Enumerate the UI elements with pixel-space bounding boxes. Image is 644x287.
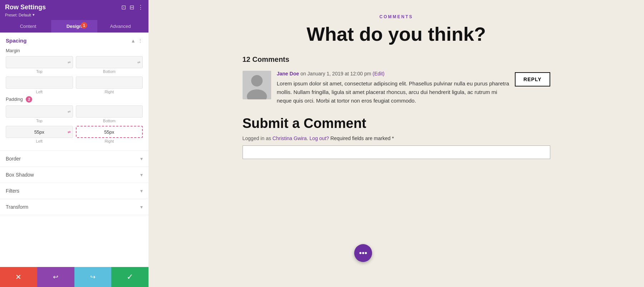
panel-header: Row Settings ⊡ ⊟ ⋮ Preset: Default ▾ Con…	[0, 0, 148, 33]
padding-left-label: Left	[36, 139, 43, 143]
comment-block: Jane Doe on January 1, 2019 at 12:00 pm …	[243, 71, 550, 105]
reply-btn-area: REPLY	[515, 71, 550, 86]
margin-label: Margin	[6, 48, 143, 53]
tab-design[interactable]: Design 1	[51, 20, 97, 33]
right-content-area[interactable]: COMMENTS What do you think? 12 Comments …	[148, 0, 644, 287]
close-button[interactable]: ✕	[0, 267, 37, 287]
transform-chevron: ▾	[140, 204, 143, 210]
tab-design-badge: 1	[81, 22, 87, 29]
panel-header-top: Row Settings ⊡ ⊟ ⋮	[5, 4, 143, 11]
edit-link[interactable]: (Edit)	[372, 71, 384, 76]
preset-arrow: ▾	[33, 13, 35, 17]
tab-advanced[interactable]: Advanced	[97, 20, 143, 33]
comment-meta: Jane Doe on January 1, 2019 at 12:00 pm …	[277, 71, 509, 76]
comment-date: on January 1, 2019 at 12:00 pm	[301, 71, 371, 76]
margin-bottom-label: Bottom	[103, 69, 116, 74]
more-icon[interactable]: ⋮	[138, 4, 143, 11]
spacing-controls: ▲ ⋮	[131, 38, 143, 44]
preset-label: Preset: Default	[5, 13, 31, 17]
spacing-section-header: Spacing ▲ ⋮	[6, 38, 143, 44]
spacing-title: Spacing	[6, 38, 26, 44]
options-icon[interactable]: ⋮	[138, 38, 143, 44]
filters-title: Filters	[6, 188, 19, 194]
main-heading: What do you think?	[243, 24, 550, 45]
padding-label: Padding 2	[6, 96, 143, 103]
collapse-icon[interactable]: ▲	[131, 38, 136, 44]
margin-top-group: ⇄ Top	[6, 56, 73, 74]
preset-row[interactable]: Preset: Default ▾	[5, 13, 143, 17]
transform-section[interactable]: Transform ▾	[0, 199, 148, 215]
logged-in-name[interactable]: Christina Gwira	[273, 135, 307, 141]
padding-left-input[interactable]: 55px ⇄	[6, 126, 73, 138]
redo-button[interactable]: ↪	[74, 267, 112, 287]
logged-in-prefix: Logged in as	[243, 135, 271, 141]
panel-body: Spacing ▲ ⋮ Margin ⇄ Top ⇄	[0, 33, 148, 267]
screen-icon[interactable]: ⊡	[121, 4, 126, 11]
margin-bottom-input[interactable]: ⇄	[76, 56, 143, 68]
svg-point-1	[251, 75, 263, 86]
margin-left-group: Left	[6, 76, 73, 94]
padding-left-group: 55px ⇄ Left	[6, 126, 73, 143]
filters-section[interactable]: Filters ▾	[0, 183, 148, 199]
box-shadow-chevron: ▾	[140, 172, 143, 178]
panel-title: Row Settings	[5, 4, 46, 11]
margin-left-label: Left	[36, 90, 43, 94]
padding-top-input[interactable]: ⇄	[6, 105, 73, 118]
save-button[interactable]: ✓	[111, 267, 148, 287]
margin-right-group: Right	[76, 76, 143, 94]
reply-button[interactable]: REPLY	[515, 72, 550, 86]
section-tag: COMMENTS	[243, 14, 550, 19]
undo-button[interactable]: ↩	[37, 267, 74, 287]
padding-bottom-group: Bottom	[76, 105, 143, 123]
padding-top-label: Top	[36, 119, 43, 123]
filters-chevron: ▾	[140, 188, 143, 194]
padding-link-icon: ⇄	[68, 130, 70, 134]
box-shadow-title: Box Shadow	[6, 172, 34, 178]
margin-top-label: Top	[36, 69, 43, 74]
border-section[interactable]: Border ▾	[0, 151, 148, 167]
margin-left-input[interactable]	[6, 76, 73, 89]
tabs-row: Content Design 1 Advanced	[5, 20, 143, 33]
padding-right-label: Right	[104, 139, 114, 143]
submit-comment-heading: Submit a Comment	[243, 116, 550, 131]
padding-top-group: ⇄ Top	[6, 105, 73, 123]
panel-header-icons: ⊡ ⊟ ⋮	[121, 4, 143, 11]
padding-right-input[interactable]: 55px	[76, 126, 143, 138]
commenter-name: Jane Doe	[277, 71, 299, 76]
margin-bottom-link-icon: ⇄	[137, 60, 140, 64]
tab-content[interactable]: Content	[5, 20, 51, 33]
spacing-section: Spacing ▲ ⋮ Margin ⇄ Top ⇄	[0, 33, 148, 151]
padding-top-link-icon: ⇄	[68, 110, 70, 114]
padding-bottom-label: Bottom	[103, 119, 116, 123]
fab-button[interactable]: •••	[354, 244, 372, 262]
comments-count: 12 Comments	[243, 55, 550, 64]
logout-link[interactable]: Log out?	[309, 135, 329, 141]
transform-title: Transform	[6, 204, 28, 210]
border-chevron: ▾	[140, 156, 143, 162]
content-wrapper: COMMENTS What do you think? 12 Comments …	[235, 0, 557, 180]
columns-icon[interactable]: ⊟	[130, 4, 134, 11]
padding-right-group: 55px Right	[76, 126, 143, 143]
logged-in-text: Logged in as Christina Gwira. Log out? R…	[243, 135, 550, 141]
margin-right-label: Right	[104, 90, 114, 94]
margin-top-link-icon: ⇄	[68, 60, 70, 64]
padding-grid: ⇄ Top Bottom 55px ⇄ Left	[6, 105, 143, 143]
left-panel: Row Settings ⊡ ⊟ ⋮ Preset: Default ▾ Con…	[0, 0, 148, 287]
comment-text: Lorem ipsum dolor sit amet, consectetur …	[277, 79, 509, 105]
bottom-bar: ✕ ↩ ↪ ✓	[0, 267, 148, 287]
box-shadow-section[interactable]: Box Shadow ▾	[0, 167, 148, 183]
padding-badge: 2	[26, 96, 32, 103]
comment-input[interactable]	[243, 145, 550, 159]
comment-content: Jane Doe on January 1, 2019 at 12:00 pm …	[277, 71, 509, 105]
margin-top-input[interactable]: ⇄	[6, 56, 73, 68]
required-text: Required fields are marked *	[330, 135, 394, 141]
margin-grid: ⇄ Top ⇄ Bottom Left	[6, 56, 143, 94]
padding-bottom-input[interactable]	[76, 105, 143, 118]
border-title: Border	[6, 156, 21, 162]
margin-right-input[interactable]	[76, 76, 143, 89]
margin-bottom-group: ⇄ Bottom	[76, 56, 143, 74]
avatar	[243, 71, 271, 99]
